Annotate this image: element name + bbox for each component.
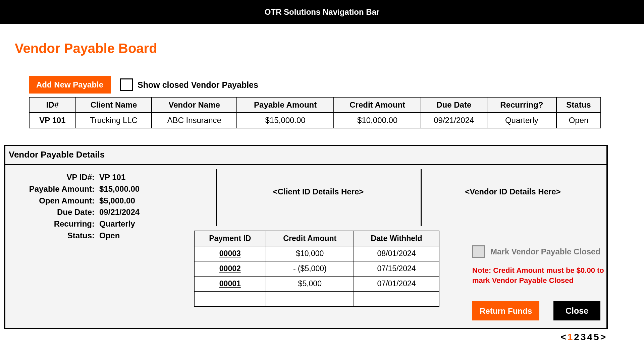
payments-table: Payment ID Credit Amount Date Withheld 0…: [194, 231, 439, 307]
checkbox-disabled-icon: [472, 245, 485, 258]
payment-id-link[interactable]: 00003: [194, 246, 266, 261]
top-navbar: OTR Solutions Navigation Bar: [0, 0, 644, 24]
col-status: Status: [556, 97, 601, 113]
cell-credit: $10,000.00: [334, 113, 421, 128]
field-value: $15,000.00: [99, 183, 140, 195]
payment-id-link[interactable]: 00002: [194, 261, 266, 276]
field-value: Quarterly: [99, 218, 135, 230]
return-funds-button[interactable]: Return Funds: [472, 301, 539, 320]
vendor-payable-details-panel: Vendor Payable Details VP ID#:VP 101 Pay…: [4, 145, 608, 329]
col-recur: Recurring?: [487, 97, 556, 113]
cell-credit: $10,000: [266, 246, 354, 261]
page-title: Vendor Payable Board: [15, 41, 629, 56]
table-row[interactable]: 00001 $5,000 07/01/2024: [194, 276, 439, 291]
col-credit-amt: Credit Amount: [266, 231, 354, 246]
col-date-withheld: Date Withheld: [354, 231, 439, 246]
payment-id-link[interactable]: 00001: [194, 276, 266, 291]
pager-page[interactable]: 3: [581, 332, 587, 343]
col-id: ID#: [29, 97, 76, 113]
payables-table: ID# Client Name Vendor Name Payable Amou…: [29, 97, 601, 128]
field-value: VP 101: [99, 172, 125, 183]
navbar-title: OTR Solutions Navigation Bar: [265, 7, 380, 17]
pager-page[interactable]: 5: [594, 332, 600, 343]
vertical-divider-icon: [421, 169, 422, 226]
field-label: VP ID#:: [5, 172, 99, 183]
pager-page[interactable]: 1: [568, 332, 574, 343]
pagination: < 1 2 3 4 5 >: [560, 332, 607, 343]
show-closed-checkbox-container[interactable]: Show closed Vendor Payables: [120, 78, 258, 91]
field-value: $5,000.00: [99, 195, 135, 207]
closed-requirement-note: Note: Credit Amount must be $0.00 to mar…: [472, 265, 606, 285]
field-label: Due Date:: [5, 206, 99, 218]
mark-closed-checkbox-container: Mark Vendor Payable Closed: [472, 245, 606, 258]
cell-credit: - ($5,000): [266, 261, 354, 276]
details-fields: VP ID#:VP 101 Payable Amount:$15,000.00 …: [5, 172, 197, 242]
cell-id[interactable]: VP 101: [29, 113, 76, 128]
table-row[interactable]: 00003 $10,000 08/01/2024: [194, 246, 439, 261]
field-label: Status:: [5, 230, 99, 242]
field-value: 09/21/2024: [99, 206, 140, 218]
field-value: Open: [99, 230, 120, 242]
client-id-details-placeholder: <Client ID Details Here>: [219, 187, 417, 196]
table-row-empty: [194, 291, 439, 306]
show-closed-label: Show closed Vendor Payables: [138, 80, 258, 90]
cell-credit: $5,000: [266, 276, 354, 291]
vertical-divider-icon: [216, 169, 217, 226]
mark-closed-label: Mark Vendor Payable Closed: [490, 247, 600, 256]
cell-client: Trucking LLC: [76, 113, 152, 128]
table-row[interactable]: 00002 - ($5,000) 07/15/2024: [194, 261, 439, 276]
details-title: Vendor Payable Details: [5, 146, 606, 165]
col-due: Due Date: [421, 97, 487, 113]
cell-vendor: ABC Insurance: [152, 113, 237, 128]
cell-status: Open: [556, 113, 601, 128]
vendor-id-details-placeholder: <Vendor ID Details Here>: [424, 187, 602, 196]
cell-payable: $15,000.00: [237, 113, 334, 128]
pager-page[interactable]: 2: [574, 332, 581, 343]
pager-page[interactable]: 4: [587, 332, 594, 343]
pager-prev-icon[interactable]: <: [560, 332, 567, 343]
cell-due: 09/21/2024: [421, 113, 487, 128]
col-payment-id: Payment ID: [194, 231, 266, 246]
col-payable: Payable Amount: [237, 97, 334, 113]
cell-date: 07/15/2024: [354, 261, 439, 276]
field-label: Recurring:: [5, 218, 99, 230]
checkbox-icon[interactable]: [120, 78, 133, 91]
field-label: Open Amount:: [5, 195, 99, 207]
add-new-payable-button[interactable]: Add New Payable: [29, 76, 111, 94]
col-credit: Credit Amount: [334, 97, 421, 113]
pager-next-icon[interactable]: >: [600, 332, 607, 343]
col-client: Client Name: [76, 97, 152, 113]
field-label: Payable Amount:: [5, 183, 99, 195]
cell-date: 07/01/2024: [354, 276, 439, 291]
col-vendor: Vendor Name: [152, 97, 237, 113]
table-row[interactable]: VP 101 Trucking LLC ABC Insurance $15,00…: [29, 113, 601, 128]
cell-date: 08/01/2024: [354, 246, 439, 261]
cell-recur: Quarterly: [487, 113, 556, 128]
close-button[interactable]: Close: [553, 301, 600, 320]
